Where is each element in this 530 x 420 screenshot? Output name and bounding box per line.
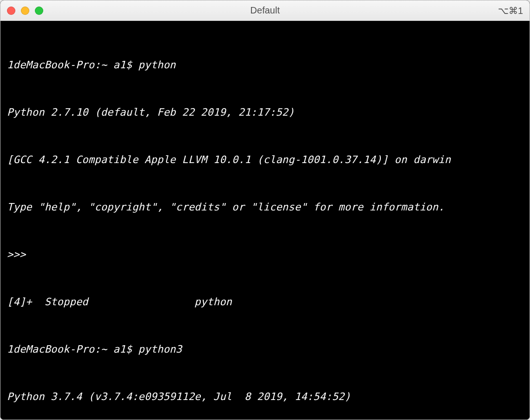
terminal-line: [4]+ Stopped python <box>7 294 523 310</box>
window-shortcut-indicator: ⌥⌘1 <box>498 5 523 16</box>
maximize-button[interactable] <box>35 7 43 15</box>
terminal-line: 1deMacBook-Pro:~ a1$ python <box>7 57 523 73</box>
terminal-line: Python 3.7.4 (v3.7.4:e09359112e, Jul 8 2… <box>7 389 523 405</box>
window-title: Default <box>250 5 279 16</box>
terminal-line: [GCC 4.2.1 Compatible Apple LLVM 10.0.1 … <box>7 152 523 168</box>
terminal-line: >>> <box>7 247 523 262</box>
close-button[interactable] <box>7 7 15 15</box>
terminal-line: Type "help", "copyright", "credits" or "… <box>7 199 523 215</box>
traffic-lights <box>7 7 43 15</box>
terminal-line: Python 2.7.10 (default, Feb 22 2019, 21:… <box>7 105 523 120</box>
terminal-line: 1deMacBook-Pro:~ a1$ python3 <box>7 341 523 357</box>
terminal-window: Default ⌥⌘1 1deMacBook-Pro:~ a1$ python … <box>0 0 530 420</box>
terminal-content[interactable]: 1deMacBook-Pro:~ a1$ python Python 2.7.1… <box>0 21 530 420</box>
window-titlebar[interactable]: Default ⌥⌘1 <box>0 0 530 21</box>
minimize-button[interactable] <box>21 7 29 15</box>
